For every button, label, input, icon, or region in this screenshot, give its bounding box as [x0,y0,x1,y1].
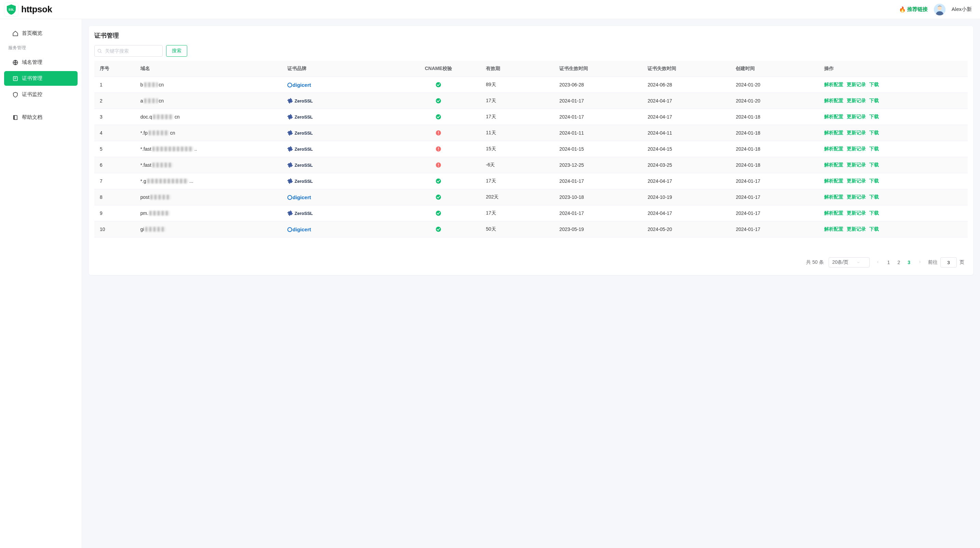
cell-start: 2023-05-19 [556,221,644,237]
cell-domain: gi [137,221,284,237]
op-download[interactable]: 下载 [869,114,879,119]
logo[interactable]: SSL httpsok [4,2,52,17]
op-resolve[interactable]: 解析配置 [824,162,843,167]
op-update[interactable]: 更新记录 [847,226,866,232]
page-next[interactable] [916,260,923,265]
cell-start: 2024-01-11 [556,125,644,141]
check-circle-icon [435,194,441,200]
page-goto-input[interactable] [940,257,957,267]
svg-point-15 [438,150,439,151]
op-resolve[interactable]: 解析配置 [824,178,843,183]
card: 证书管理 搜索 序号 域名 证书品牌 CNAME校验 有效期 证书生效时间 [89,26,973,275]
cell-start: 2024-01-17 [556,173,644,189]
op-update[interactable]: 更新记录 [847,146,866,151]
op-resolve[interactable]: 解析配置 [824,82,843,87]
op-update[interactable]: 更新记录 [847,162,866,167]
domain-prefix: *.fp [140,130,148,136]
page-num-2[interactable]: 2 [896,260,901,265]
svg-point-20 [436,195,441,200]
cell-domain: *.fast [137,157,284,173]
op-download[interactable]: 下载 [869,226,879,232]
op-update[interactable]: 更新记录 [847,194,866,200]
cell-brand: ZeroSSL [284,205,395,221]
cell-created: 2024-01-17 [732,189,821,205]
cell-brand: ZeroSSL [284,109,395,125]
search-input[interactable] [94,45,163,57]
sidebar-item-certs[interactable]: 证书管理 [4,71,78,86]
domain-suffix: .. [194,146,197,152]
cell-cname [395,189,482,205]
op-download[interactable]: 下载 [869,146,879,151]
brand-label: digicert [293,82,311,88]
op-update[interactable]: 更新记录 [847,98,866,103]
domain-prefix: doc.q [140,114,152,119]
cell-start: 2024-01-17 [556,93,644,109]
page-size-select[interactable]: 20条/页 [829,257,870,267]
op-update[interactable]: 更新记录 [847,130,866,135]
svg-rect-11 [438,132,439,133]
username[interactable]: Alex小新 [951,6,972,13]
op-download[interactable]: 下载 [869,210,879,216]
cell-idx: 1 [94,77,137,93]
op-resolve[interactable]: 解析配置 [824,98,843,103]
op-update[interactable]: 更新记录 [847,82,866,87]
op-resolve[interactable]: 解析配置 [824,130,843,135]
page-prev[interactable] [874,260,881,265]
recommend-link-label: 推荐链接 [907,6,928,13]
cell-expire: 2024-04-15 [644,141,732,157]
puzzle-icon [287,178,293,184]
op-download[interactable]: 下载 [869,98,879,103]
sidebar-item-help[interactable]: 帮助文档 [4,110,78,125]
brand-zerossl: ZeroSSL [287,130,391,136]
op-resolve[interactable]: 解析配置 [824,194,843,200]
op-download[interactable]: 下载 [869,194,879,200]
page-goto-pre: 前往 [928,259,938,265]
op-resolve[interactable]: 解析配置 [824,114,843,119]
sidebar-item-home[interactable]: 首页概览 [4,26,78,41]
recommend-link[interactable]: 🔥 推荐链接 [899,6,928,13]
redacted-icon [144,83,158,87]
op-resolve[interactable]: 解析配置 [824,226,843,232]
op-update[interactable]: 更新记录 [847,210,866,216]
cell-cname [395,109,482,125]
home-icon [12,30,19,37]
search-row: 搜索 [94,45,968,57]
search-button[interactable]: 搜索 [166,45,187,57]
op-download[interactable]: 下载 [869,130,879,135]
shield-icon [12,92,19,98]
page-num-3[interactable]: 3 [906,260,912,265]
pagination: 共 50 条 20条/页 123 前往 页 [94,255,968,270]
page-title: 证书管理 [94,32,968,40]
brand-label: ZeroSSL [294,211,313,216]
sidebar-item-monitor[interactable]: 证书监控 [4,87,78,102]
cell-created: 2024-01-18 [732,125,821,141]
op-resolve[interactable]: 解析配置 [824,210,843,216]
svg-point-19 [436,179,441,184]
cell-cname [395,125,482,141]
cell-idx: 2 [94,93,137,109]
brand-label: ZeroSSL [294,98,313,103]
content: 证书管理 搜索 序号 域名 证书品牌 CNAME校验 有效期 证书生效时间 [82,19,980,548]
digicert-o-icon [287,195,292,200]
cell-valid: 17天 [482,173,556,189]
avatar[interactable] [934,4,945,15]
cell-created: 2024-01-20 [732,77,821,93]
th-expire: 证书失效时间 [644,61,732,77]
op-download[interactable]: 下载 [869,82,879,87]
op-download[interactable]: 下载 [869,178,879,183]
brand-zerossl: ZeroSSL [287,146,391,152]
cell-expire: 2024-05-20 [644,221,732,237]
op-update[interactable]: 更新记录 [847,178,866,183]
sidebar-item-domains[interactable]: 域名管理 [4,55,78,70]
op-download[interactable]: 下载 [869,162,879,167]
cell-start: 2023-12-25 [556,157,644,173]
cell-ops: 解析配置更新记录下载 [821,221,968,237]
op-resolve[interactable]: 解析配置 [824,146,843,151]
page-num-1[interactable]: 1 [886,260,891,265]
cell-domain: pm. [137,205,284,221]
cell-expire: 2024-04-11 [644,125,732,141]
redacted-icon [147,179,188,183]
cell-ops: 解析配置更新记录下载 [821,93,968,109]
domain-prefix: gi [140,227,144,232]
op-update[interactable]: 更新记录 [847,114,866,119]
